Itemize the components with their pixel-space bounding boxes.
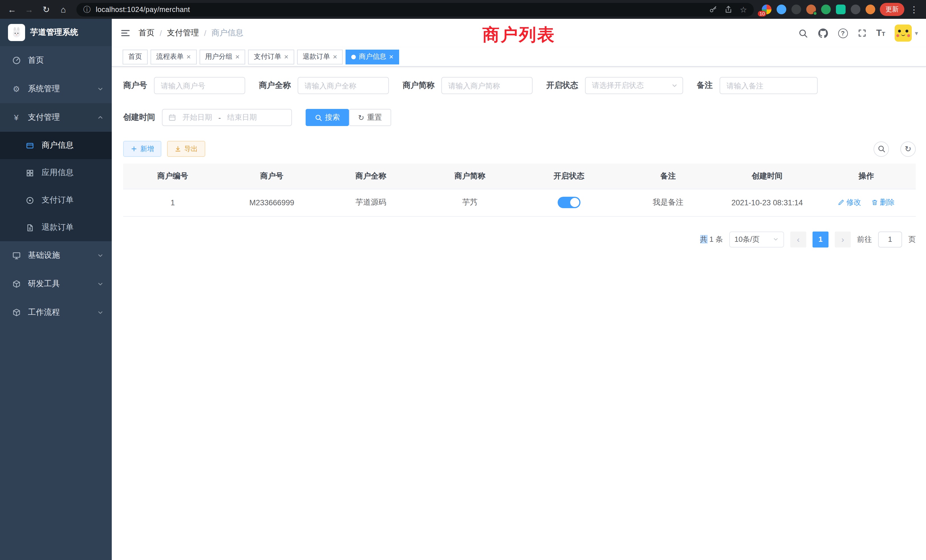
close-icon[interactable]: × bbox=[235, 53, 239, 61]
extension-icon-5[interactable] bbox=[821, 5, 831, 14]
col-remark: 备注 bbox=[619, 163, 718, 189]
avatar-image bbox=[895, 24, 912, 42]
extension-icon-4[interactable] bbox=[806, 5, 816, 14]
sidebar-item-merchant-info[interactable]: 商户信息 bbox=[0, 132, 112, 159]
breadcrumb-payment[interactable]: 支付管理 bbox=[167, 28, 199, 38]
user-avatar[interactable]: ▾ bbox=[895, 24, 918, 42]
tab-user-group[interactable]: 用户分组 × bbox=[199, 49, 245, 64]
sidebar-item-label: 商户信息 bbox=[42, 140, 74, 151]
cell-short-name: 芋艿 bbox=[421, 189, 520, 216]
page-number-button[interactable]: 1 bbox=[813, 231, 829, 247]
extension-icon-8[interactable] bbox=[865, 5, 875, 14]
full-name-input[interactable] bbox=[298, 77, 389, 94]
sidebar-item-refund-order[interactable]: 退款订单 bbox=[0, 214, 112, 241]
filter-row-2: 创建时间 开始日期 - 结束日期 搜索 bbox=[123, 109, 916, 126]
close-icon[interactable]: × bbox=[186, 53, 191, 61]
page-size-value: 10条/页 bbox=[734, 234, 760, 244]
extension-icon-6[interactable] bbox=[836, 5, 846, 14]
bookmark-star-icon[interactable]: ☆ bbox=[740, 5, 747, 14]
close-icon[interactable]: × bbox=[333, 53, 337, 61]
col-create-time: 创建时间 bbox=[717, 163, 817, 189]
reload-icon[interactable]: ↻ bbox=[39, 2, 54, 17]
forward-icon[interactable]: → bbox=[22, 2, 36, 17]
grid-icon bbox=[25, 168, 35, 177]
tab-refund-order[interactable]: 退款订单 × bbox=[297, 49, 343, 64]
extension-badge: 10 bbox=[758, 11, 767, 17]
yen-icon: ¥ bbox=[11, 113, 21, 122]
delete-link[interactable]: 删除 bbox=[871, 197, 895, 207]
annotation-text: 商户列表 bbox=[483, 23, 555, 47]
status-select[interactable]: 请选择开启状态 bbox=[585, 77, 683, 94]
sidebar-item-payment[interactable]: ¥ 支付管理 bbox=[0, 103, 112, 132]
extension-icon-2[interactable] bbox=[776, 5, 786, 14]
tab-home[interactable]: 首页 bbox=[123, 49, 148, 64]
extension-icon-1[interactable]: 10 bbox=[762, 5, 772, 14]
sidebar-item-system[interactable]: ⚙ 系统管理 bbox=[0, 75, 112, 103]
share-icon[interactable] bbox=[725, 5, 733, 14]
url-bar[interactable]: ⓘ localhost:1024/pay/merchant ☆ bbox=[76, 3, 754, 16]
reset-button[interactable]: ↻ 重置 bbox=[349, 109, 391, 126]
table-header-row: 商户编号 商户号 商户全称 商户简称 开启状态 备注 创建时间 操作 bbox=[123, 163, 916, 189]
sidebar-item-workflow[interactable]: 工作流程 bbox=[0, 298, 112, 327]
dashboard-icon bbox=[11, 56, 21, 65]
sidebar-item-home[interactable]: 首页 bbox=[0, 46, 112, 75]
close-icon[interactable]: × bbox=[389, 53, 393, 61]
breadcrumb-current: 商户信息 bbox=[212, 28, 244, 38]
refresh-table-button[interactable]: ↻ bbox=[900, 141, 916, 157]
status-toggle[interactable] bbox=[558, 197, 581, 208]
edit-link[interactable]: 修改 bbox=[838, 197, 861, 207]
fullscreen-icon[interactable] bbox=[857, 29, 866, 38]
font-size-icon[interactable]: TT bbox=[876, 29, 885, 38]
extension-icon-3[interactable] bbox=[791, 5, 801, 14]
date-separator: - bbox=[218, 113, 221, 122]
sidebar-item-dev-tools[interactable]: 研发工具 bbox=[0, 270, 112, 298]
create-time-range-picker[interactable]: 开始日期 - 结束日期 bbox=[162, 109, 292, 126]
breadcrumb-separator: / bbox=[160, 29, 162, 38]
home-icon[interactable]: ⌂ bbox=[56, 2, 71, 17]
page-size-select[interactable]: 10条/页 bbox=[729, 231, 784, 247]
tab-label: 商户信息 bbox=[359, 52, 386, 62]
toggle-search-button[interactable] bbox=[873, 141, 889, 157]
remark-input[interactable] bbox=[720, 77, 818, 94]
sidebar-item-label: 研发工具 bbox=[28, 279, 60, 289]
close-icon[interactable]: × bbox=[284, 53, 288, 61]
tab-pay-order[interactable]: 支付订单 × bbox=[248, 49, 294, 64]
next-page-button[interactable]: › bbox=[835, 231, 851, 247]
extension-icon-7[interactable] bbox=[851, 5, 861, 14]
page-unit-label: 页 bbox=[908, 234, 916, 244]
search-button[interactable]: 搜索 bbox=[306, 109, 349, 126]
prev-page-button[interactable]: ‹ bbox=[790, 231, 806, 247]
app-logo[interactable]: 芋道管理系统 bbox=[0, 19, 112, 46]
pagination-total-rest: 1 条 bbox=[709, 235, 723, 243]
hamburger-icon[interactable] bbox=[112, 28, 139, 38]
merchant-no-input[interactable] bbox=[154, 77, 245, 94]
breadcrumb-home[interactable]: 首页 bbox=[139, 28, 154, 38]
github-icon[interactable] bbox=[817, 28, 828, 38]
search-icon[interactable] bbox=[798, 28, 808, 38]
active-tab-dot bbox=[351, 54, 356, 59]
tab-process-form[interactable]: 流程表单 × bbox=[151, 49, 197, 64]
tab-merchant-info[interactable]: 商户信息 × bbox=[346, 49, 399, 64]
font-size-small: T bbox=[882, 31, 885, 38]
tab-label: 用户分组 bbox=[205, 52, 232, 62]
browser-menu-icon[interactable]: ⋮ bbox=[906, 2, 921, 17]
password-key-icon[interactable] bbox=[709, 5, 717, 14]
browser-update-button[interactable]: 更新 bbox=[880, 3, 904, 16]
pagination-total: 共 1 条 bbox=[700, 234, 723, 244]
tab-label: 流程表单 bbox=[156, 52, 184, 62]
table-toolbar: 新增 导出 ↻ bbox=[123, 141, 916, 157]
sidebar-menu: 首页 ⚙ 系统管理 ¥ 支付管理 bbox=[0, 46, 112, 327]
add-button[interactable]: 新增 bbox=[123, 141, 161, 157]
sidebar-item-app-info[interactable]: 应用信息 bbox=[0, 159, 112, 186]
back-icon[interactable]: ← bbox=[5, 2, 20, 17]
site-info-icon[interactable]: ⓘ bbox=[83, 4, 91, 15]
short-name-input[interactable] bbox=[441, 77, 533, 94]
export-button[interactable]: 导出 bbox=[167, 141, 205, 157]
sidebar-item-pay-order[interactable]: 支付订单 bbox=[0, 186, 112, 214]
filter-row-1: 商户号 商户全称 商户简称 开启状态 请选择开启状态 bbox=[123, 77, 916, 94]
browser-toolbar: ← → ↻ ⌂ ⓘ localhost:1024/pay/merchant ☆ … bbox=[0, 0, 926, 19]
help-icon[interactable]: ? bbox=[838, 28, 847, 38]
calendar-icon bbox=[168, 114, 176, 121]
goto-page-input[interactable] bbox=[878, 231, 902, 247]
sidebar-item-infra[interactable]: 基础设施 bbox=[0, 241, 112, 270]
